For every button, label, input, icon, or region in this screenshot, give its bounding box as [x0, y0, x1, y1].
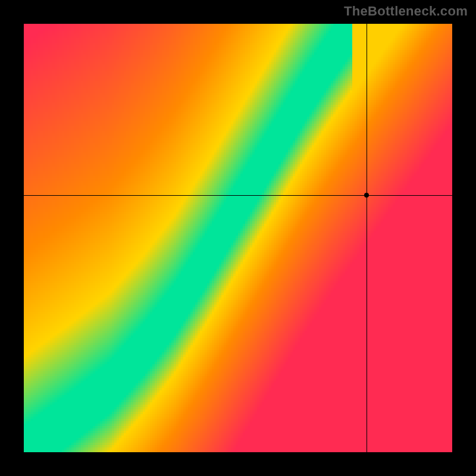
selected-point-marker	[364, 193, 369, 198]
watermark-label: TheBottleneck.com	[344, 4, 468, 19]
heatmap-canvas	[24, 24, 452, 452]
crosshair-horizontal	[24, 195, 452, 196]
bottleneck-heatmap	[24, 24, 452, 452]
crosshair-vertical	[367, 24, 367, 452]
